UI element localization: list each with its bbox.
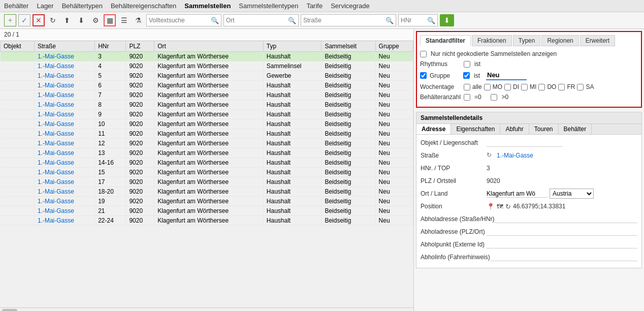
mo-checkbox[interactable] [484,84,491,90]
table-row[interactable]: 1.-Mai-Gasse 18-20 9020 Klagenfurt am Wö… [1,187,413,197]
cell-strasse[interactable]: 1.-Mai-Gasse [34,197,94,206]
table-row[interactable]: 1.-Mai-Gasse 12 9020 Klagenfurt am Wörth… [1,139,413,148]
geokodiert-checkbox[interactable] [420,51,427,57]
cell-strasse[interactable]: 1.-Mai-Gasse [34,119,94,129]
filter-tab-regionen[interactable]: Regionen [541,35,578,46]
fulltext-search-input[interactable] [149,17,210,24]
di-checkbox[interactable] [504,84,511,90]
table-row[interactable]: 1.-Mai-Gasse 4 9020 Klagenfurt am Wörthe… [1,61,413,71]
ort-value-input[interactable] [487,190,548,198]
cell-strasse[interactable]: 1.-Mai-Gasse [34,148,94,158]
hnr-search-input[interactable] [401,17,426,24]
position-gps-icon[interactable]: 📍 [487,203,495,210]
col-objekt[interactable]: Objekt [1,41,35,52]
horizontal-scrollbar[interactable] [0,307,413,311]
cell-strasse[interactable]: 1.-Mai-Gasse [34,177,94,187]
table-row[interactable]: 1.-Mai-Gasse 7 9020 Klagenfurt am Wörthe… [1,90,413,100]
cell-strasse[interactable]: 1.-Mai-Gasse [34,206,94,216]
col-ort[interactable]: Ort [154,41,264,52]
nav-behaeltertypen[interactable]: Behältertypen [62,2,103,10]
do-checkbox[interactable] [538,84,545,90]
col-plz[interactable]: PLZ [126,41,154,52]
refresh-button[interactable]: ↻ [47,14,59,26]
scroll-thumb[interactable] [2,309,17,312]
hnr-search-icon[interactable]: 🔍 [427,17,435,24]
cell-strasse[interactable]: 1.-Mai-Gasse [34,61,94,71]
fr-checkbox[interactable] [558,84,565,90]
cell-strasse[interactable]: 1.-Mai-Gasse [34,110,94,119]
col-gruppe[interactable]: Gruppe [375,41,413,52]
nav-sammelstellen[interactable]: Sammelstellen [184,2,231,10]
ort-search-icon[interactable]: 🔍 [288,17,296,24]
cell-strasse[interactable]: 1.-Mai-Gasse [34,90,94,100]
cell-strasse[interactable]: 1.-Mai-Gasse [34,187,94,197]
table-row[interactable]: 1.-Mai-Gasse 13 9020 Klagenfurt am Wörth… [1,148,413,158]
table-row[interactable]: 1.-Mai-Gasse 6 9020 Klagenfurt am Wörthe… [1,81,413,90]
details-tab-adresse[interactable]: Adresse [416,124,451,134]
position-refresh-icon[interactable]: ↻ [505,203,511,210]
rhythmus-checkbox[interactable] [464,61,470,68]
details-tab-eigenschaften[interactable]: Eigenschaften [451,124,500,134]
upload-button[interactable]: ⬆ [61,14,73,26]
delete-button[interactable]: ✕ [33,14,45,26]
nav-behaeltereigenschaften[interactable]: Behältereigenschaften [111,2,176,10]
cell-strasse[interactable]: 1.-Mai-Gasse [34,52,94,61]
country-select[interactable]: Austria Germany Switzerland [550,189,594,199]
col-sammelseite[interactable]: Sammelseit [321,41,375,52]
settings-button[interactable]: ⚙ [89,14,102,26]
cell-strasse[interactable]: 1.-Mai-Gasse [34,71,94,81]
table-row[interactable]: 1.-Mai-Gasse 19 9020 Klagenfurt am Wörth… [1,197,413,206]
strasse-search-icon[interactable]: 🔍 [385,17,394,24]
cell-strasse[interactable]: 1.-Mai-Gasse [34,81,94,90]
filter-tab-erweitert[interactable]: Erweitert [580,35,615,46]
strasse-refresh-icon[interactable]: ↻ [487,151,495,160]
mi-checkbox[interactable] [521,84,528,90]
cell-strasse[interactable]: 1.-Mai-Gasse [34,158,94,168]
table-row[interactable]: 1.-Mai-Gasse 3 9020 Klagenfurt am Wörthe… [1,52,413,61]
table-row[interactable]: 1.-Mai-Gasse 5 9020 Klagenfurt am Wörthe… [1,71,413,81]
table-row[interactable]: 1.-Mai-Gasse 22-24 9020 Klagenfurt am Wö… [1,216,413,226]
fulltext-search-icon[interactable]: 🔍 [211,17,219,24]
table-row[interactable]: 1.-Mai-Gasse 8 9020 Klagenfurt am Wörthe… [1,100,413,110]
nav-servicegrade[interactable]: Servicegrade [331,2,370,10]
nav-lager[interactable]: Lager [37,2,53,10]
export-button[interactable]: ⬇ [440,14,454,26]
hnr-search-box[interactable]: 🔍 [398,14,438,26]
position-map-icon[interactable]: 🗺 [497,203,503,210]
col-typ[interactable]: Typ [263,41,321,52]
objekt-value-input[interactable] [487,139,563,147]
abholinfo-input[interactable] [490,254,637,261]
flask-button[interactable]: ⚗ [132,14,144,26]
cell-strasse[interactable]: 1.-Mai-Gasse [34,129,94,139]
gt0-checkbox[interactable] [491,94,497,101]
abholadresse-strasse-input[interactable] [494,215,637,223]
nav-behaelter[interactable]: Behälter [4,2,28,10]
table-row[interactable]: 1.-Mai-Gasse 11 9020 Klagenfurt am Wörth… [1,129,413,139]
col-strasse[interactable]: Straße [34,41,94,52]
strasse-search-box[interactable]: 🔍 [301,14,396,26]
col-hnr[interactable]: HNr [95,41,126,52]
grid-button[interactable]: ▦ [104,14,116,26]
gruppe-checkbox[interactable] [420,72,427,79]
nav-sammelstellentypen[interactable]: Sammelstellentypen [239,2,298,10]
ort-search-input[interactable] [226,17,287,24]
download-button[interactable]: ⬇ [75,14,87,26]
details-tab-touren[interactable]: Touren [529,124,559,134]
filter-tab-fraktionen[interactable]: Fraktionen [472,35,512,46]
gruppe-ist-checkbox[interactable] [463,72,470,79]
details-tab-abfuhr[interactable]: Abfuhr [500,124,529,134]
cell-strasse[interactable]: 1.-Mai-Gasse [34,216,94,226]
filter-tab-typen[interactable]: Typen [513,35,541,46]
nav-tarife[interactable]: Tarife [306,2,323,10]
cell-strasse[interactable]: 1.-Mai-Gasse [34,139,94,148]
check-button[interactable]: ✓ [18,14,30,26]
sa-checkbox[interactable] [577,84,584,90]
cell-strasse[interactable]: 1.-Mai-Gasse [34,100,94,110]
cell-strasse[interactable]: 1.-Mai-Gasse [34,168,94,177]
table-row[interactable]: 1.-Mai-Gasse 15 9020 Klagenfurt am Wörth… [1,168,413,177]
list-button[interactable]: ☰ [118,14,130,26]
gruppe-value-input[interactable] [486,71,527,80]
ort-search-box[interactable]: 🔍 [223,14,299,26]
table-row[interactable]: 1.-Mai-Gasse 17 9020 Klagenfurt am Wörth… [1,177,413,187]
fulltext-search-box[interactable]: 🔍 [146,14,221,26]
